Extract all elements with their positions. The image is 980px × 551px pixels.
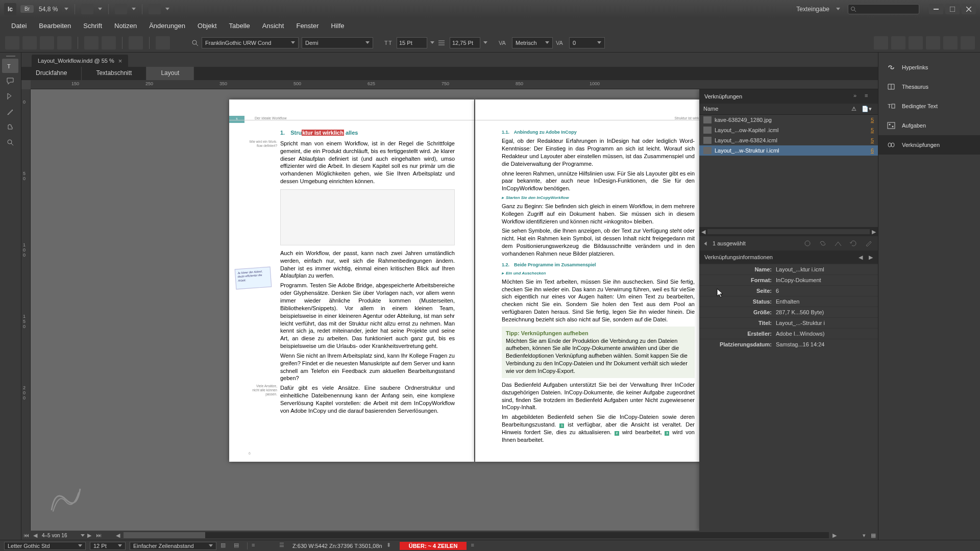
hand-tool[interactable] (2, 120, 18, 134)
screen-mode-icon[interactable] (81, 4, 93, 14)
nav-prev-icon[interactable] (704, 241, 707, 245)
align-left-icon[interactable] (874, 36, 888, 49)
page-right[interactable]: Struktur ist wirkl 1.1. Anbindung zu Ado… (475, 99, 720, 462)
line-count-icon[interactable]: ≡ (252, 542, 261, 550)
menu-tabelle[interactable]: Tabelle (223, 19, 256, 32)
link-page[interactable]: 5 (864, 137, 874, 143)
view-options-icon[interactable] (115, 4, 127, 14)
last-page-icon[interactable]: ⏭ (94, 532, 103, 538)
next-link-icon[interactable]: ▶ (869, 254, 873, 261)
arrange-dropdown[interactable] (165, 8, 169, 10)
copyfit-menu-icon[interactable]: ≡ (471, 542, 480, 550)
minimize-button[interactable] (929, 4, 943, 14)
tile-grid-icon[interactable]: ▦ (869, 532, 878, 539)
bridge-button[interactable]: Br (20, 5, 34, 13)
type-tool[interactable]: T (2, 59, 18, 73)
font-size-stepper[interactable] (430, 41, 434, 44)
prev-link-icon[interactable]: ◀ (859, 254, 863, 261)
zoom-dropdown-icon[interactable] (64, 8, 68, 10)
column-page-icon[interactable]: 📄▾ (860, 106, 874, 112)
tool-panel-grip[interactable] (2, 55, 19, 58)
view-tab-layout[interactable]: Layout (146, 67, 194, 80)
menu-datei[interactable]: Datei (5, 19, 33, 32)
find-icon[interactable] (84, 36, 99, 49)
document-tab-close-icon[interactable]: × (118, 57, 122, 65)
panel-shortcut-verknüpfungen[interactable]: Verknüpfungen (878, 135, 980, 155)
view-tab-textabschnitt[interactable]: Textabschnitt (82, 67, 146, 80)
zoom-level[interactable]: 54,8 % (39, 6, 58, 13)
tile-split-icon[interactable]: ▾ (860, 532, 869, 539)
copyfit-leading-select[interactable]: Einfacher Zeilenabstand (130, 542, 216, 550)
menu-fenster[interactable]: Fenster (290, 19, 325, 32)
leading-input[interactable]: 12,75 Pt (450, 37, 480, 48)
panel-shortcut-aufgaben[interactable]: Aufgaben (878, 116, 980, 135)
show-hidden-chars-icon[interactable] (129, 36, 143, 49)
tracking-input[interactable]: 0 (569, 37, 605, 48)
columns-icon[interactable]: ▥ (220, 542, 230, 550)
links-panel-header[interactable]: Verknüpfungen » ≡ (699, 89, 878, 104)
page-indicator[interactable]: 4–5 von 16 (40, 533, 81, 538)
menu-bearbeiten[interactable]: Bearbeiten (33, 19, 77, 32)
font-weight-select[interactable]: Demi (302, 37, 373, 48)
menu-hilfe[interactable]: Hilfe (325, 19, 351, 32)
workspace-switcher[interactable]: Texteingabe (796, 6, 829, 13)
new-doc-icon[interactable] (5, 36, 19, 49)
save-icon[interactable] (40, 36, 54, 49)
prev-page-icon[interactable]: ◀ (31, 532, 40, 539)
link-page[interactable]: 5 (864, 117, 874, 123)
collapse-panel-icon[interactable]: » (853, 92, 862, 101)
menu-änderungen[interactable]: Änderungen (143, 19, 191, 32)
update-link-icon[interactable] (848, 239, 859, 248)
canvas[interactable]: 1 Der ideale Workflow 1. Struktur ist wi… (31, 89, 878, 531)
go-to-link-icon[interactable] (833, 239, 843, 248)
document-tab[interactable]: Layout_Workflow.indd @ 55 % × (32, 55, 128, 67)
menu-schrift[interactable]: Schrift (77, 19, 108, 32)
menu-ansicht[interactable]: Ansicht (256, 19, 290, 32)
scroll-right-icon[interactable]: ▶ (870, 229, 878, 235)
align-right-icon[interactable] (909, 36, 923, 49)
open-icon[interactable] (22, 36, 37, 49)
link-info-header[interactable]: Verknüpfungsinformationen ◀ ▶ (699, 251, 878, 264)
copyfit-toggle-icon[interactable]: ⬍ (386, 542, 396, 550)
close-button[interactable] (962, 4, 976, 14)
column-alert-icon[interactable]: ⚠ (848, 106, 860, 112)
print-icon[interactable] (57, 36, 71, 49)
links-hscroll[interactable]: ◀ ▶ (699, 227, 878, 236)
font-size-input[interactable]: 15 Pt (397, 37, 427, 48)
link-page[interactable]: 6 (864, 147, 874, 154)
menu-objekt[interactable]: Objekt (191, 19, 223, 32)
link-row[interactable]: Layout_...ow-Kapitel .icml5 (699, 125, 878, 135)
link-row[interactable]: Layout_...ave-63824.icml5 (699, 135, 878, 145)
panel-shortcut-bedingter-text[interactable]: TBedingter Text (878, 96, 980, 116)
stats-icon[interactable]: ☰ (279, 542, 288, 550)
relink-cc-icon[interactable] (802, 239, 813, 248)
panel-menu-icon[interactable] (156, 36, 170, 49)
overset-indicator[interactable]: ÜBER: ~ 4 ZEILEN (400, 542, 467, 550)
help-search[interactable] (848, 4, 919, 14)
position-tool[interactable] (2, 89, 18, 104)
scroll-left-icon[interactable]: ◀ (699, 229, 707, 235)
edit-original-icon[interactable] (864, 239, 874, 248)
panel-shortcut-thesaurus[interactable]: Thesaurus (878, 77, 980, 96)
hscroll-right-icon[interactable]: ▶ (830, 532, 839, 539)
page-dropdown-icon[interactable] (81, 534, 85, 537)
kerning-select[interactable]: Metrisch (512, 37, 553, 48)
page-left[interactable]: 1 Der ideale Workflow 1. Struktur ist wi… (229, 99, 474, 462)
relink-icon[interactable] (818, 239, 828, 248)
arrange-icon[interactable] (149, 4, 161, 14)
first-page-icon[interactable]: ⏮ (21, 532, 31, 538)
maximize-button[interactable] (945, 4, 960, 14)
view-tab-druckfahne[interactable]: Druckfahne (21, 67, 82, 80)
control-menu-icon[interactable] (961, 36, 975, 49)
note-tool[interactable] (2, 74, 18, 88)
hscroll-track[interactable] (124, 532, 829, 538)
panel-shortcut-hyperlinks[interactable]: Hyperlinks (878, 58, 980, 77)
align-center-icon[interactable] (891, 36, 905, 49)
font-family-select[interactable]: FranklinGothic URW Cond (202, 37, 299, 48)
copyfit-font-select[interactable]: Letter Gothic Std (4, 542, 86, 550)
panel-menu-icon[interactable]: ≡ (865, 92, 873, 101)
link-page[interactable]: 5 (864, 127, 874, 133)
link-row[interactable]: kave-638249_1280.jpg5 (699, 115, 878, 125)
copyfit-size-select[interactable]: 12 Pt (90, 542, 126, 550)
link-row[interactable]: Layout_...w-Struktur i.icml6 (699, 145, 878, 156)
